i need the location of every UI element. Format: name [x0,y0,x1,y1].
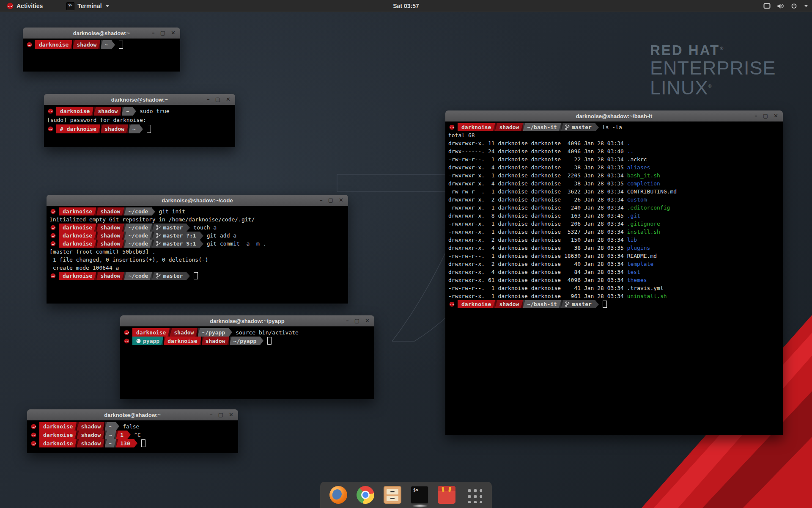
prompt-segment: shadow [170,328,198,337]
dock-chrome-icon[interactable] [357,486,374,504]
segment-label: shadow [499,301,519,307]
branch-icon [156,233,161,238]
activities-button[interactable]: Activities [4,2,45,10]
prompt-segment: master ?:1 [152,232,200,240]
prompt-segment: shadow [73,40,100,49]
dock-firefox-icon[interactable] [329,486,347,504]
segment-arrow [133,107,136,116]
output-line: -rw-rw-r--. 1 darknoise darknoise 41 Jan… [448,284,780,292]
dock-terminal-icon[interactable]: $> [411,486,428,504]
minimize-button[interactable]: – [320,195,323,206]
maximize-button[interactable]: ▢ [354,315,359,326]
tray-chevron-down-icon[interactable] [804,5,808,7]
segment-label: master [163,273,183,279]
display-icon[interactable] [763,3,771,9]
window-title: darknoise@shadow:~/pyapp [120,318,374,324]
command-text: false [123,423,139,430]
maximize-button[interactable]: ▢ [215,94,220,105]
chevron-down-icon [106,5,109,7]
window-controls: –▢✕ [346,315,374,326]
system-tray[interactable] [763,0,808,12]
output-line: total 68 [448,131,780,139]
dock-app-grid-icon[interactable] [465,486,483,504]
app-menu-terminal[interactable]: $> Terminal [63,1,112,11]
output-line: -rwxrwxr-x. 1 darknoise darknoise 206 Ja… [448,220,780,228]
prompt-segment: shadow [96,232,124,240]
segment-label: 1 [120,432,123,438]
terminal-screen[interactable]: darknoiseshadow~sudo true[sudo] password… [44,105,235,147]
terminal-screen[interactable]: darknoiseshadow~/bash-itmasterls -latota… [445,121,783,435]
prompt-segment: master [561,300,595,308]
terminal-screen[interactable]: darknoiseshadow~falsedarknoiseshadow~1^C… [27,420,238,453]
maximize-button[interactable]: ▢ [218,409,223,420]
window-titlebar[interactable]: darknoise@shadow:~/code–▢✕ [47,195,348,206]
window-titlebar[interactable]: darknoise@shadow:~–▢✕ [23,28,180,39]
output-line: [master (root-commit) 50bcb63] . [49,248,345,256]
prompt-segment: shadow [77,431,104,439]
segment-label: darknoise [63,232,92,239]
prompt-line: darknoiseshadow~ [26,40,177,49]
window-controls: –▢✕ [754,110,783,121]
minimize-button[interactable]: – [754,110,757,121]
terminal-window-bash-it: darknoise@shadow:~/bash-it–▢✕darknoisesh… [445,110,783,435]
minimize-button[interactable]: – [152,28,155,39]
close-button[interactable]: ✕ [229,409,233,420]
terminal-cursor [603,301,607,308]
dock-toolbox-icon[interactable] [438,486,455,504]
hat-icon [48,108,53,114]
output-line: -rw-rw-r--. 1 darknoise darknoise 3622 J… [448,188,780,196]
close-button[interactable]: ✕ [226,94,230,105]
segment-arrow [595,301,599,308]
segment-label: darknoise [43,432,73,438]
prompt-segment: darknoise [39,431,77,439]
output-line: drwxrwxr-x. 11 darknoise darknoise 4096 … [448,139,780,147]
power-icon[interactable] [791,3,797,9]
segment-label: shadow [100,208,120,215]
prompt-segment: shadow [94,107,121,116]
close-button[interactable]: ✕ [365,315,370,326]
prompt-segment: darknoise [56,107,93,116]
terminal-app-icon: $> [66,2,74,10]
segment-label: darknoise [461,124,491,130]
maximize-button[interactable]: ▢ [763,110,768,121]
running-indicator [412,504,428,508]
window-controls: –▢✕ [320,195,348,206]
prompt-segment: ~ [122,107,133,116]
window-titlebar[interactable]: darknoise@shadow:~–▢✕ [27,409,238,421]
minimize-button[interactable]: – [210,409,213,420]
output-line: -rwxrwxr-x. 1 darknoise darknoise 961 Ja… [448,292,780,300]
close-button[interactable]: ✕ [774,110,778,121]
prompt-segment: shadow [96,240,124,248]
window-controls: –▢✕ [210,409,238,420]
output-line: -rwxrwxr-x. 1 darknoise darknoise 240 Ja… [448,204,780,212]
terminal-screen[interactable]: darknoiseshadow~/pyappsource bin/activat… [120,326,374,399]
prompt-segment: ~/pyapp [198,328,229,337]
segment-label: ~ [109,432,112,438]
terminal-screen[interactable]: darknoiseshadow~ [23,39,180,72]
clock[interactable]: Sat 03:57 [393,3,419,9]
segment-label: pyapp [143,338,159,344]
redhat-icon [7,3,14,9]
segment-label: ~/code [128,240,148,247]
maximize-button[interactable]: ▢ [160,28,165,39]
terminal-screen[interactable]: darknoiseshadow~/codegit initInitialized… [47,206,348,304]
window-titlebar[interactable]: darknoise@shadow:~–▢✕ [44,94,235,105]
minimize-button[interactable]: – [207,94,210,105]
prompt-segment: ~/code [124,207,152,215]
maximize-button[interactable]: ▢ [328,195,333,206]
segment-label: shadow [499,124,519,130]
prompt-line: darknoiseshadow~/codemaster ?:1git add a [49,232,345,240]
close-button[interactable]: ✕ [339,195,343,206]
prompt-segment: # darknoise [56,124,100,133]
command-text: ls -la [602,124,622,130]
window-titlebar[interactable]: darknoise@shadow:~/bash-it–▢✕ [445,110,783,122]
segment-label: darknoise [461,301,491,307]
command-text: touch a [193,224,217,231]
minimize-button[interactable]: – [346,315,349,326]
window-titlebar[interactable]: darknoise@shadow:~/pyapp–▢✕ [120,315,374,327]
dock-files-icon[interactable] [384,486,401,504]
close-button[interactable]: ✕ [171,28,176,39]
prompt-line: darknoiseshadow~/codemastertouch a [49,224,345,232]
volume-icon[interactable] [777,3,785,9]
desktop[interactable]: { "topbar": { "activities_label": "Activ… [0,0,812,508]
